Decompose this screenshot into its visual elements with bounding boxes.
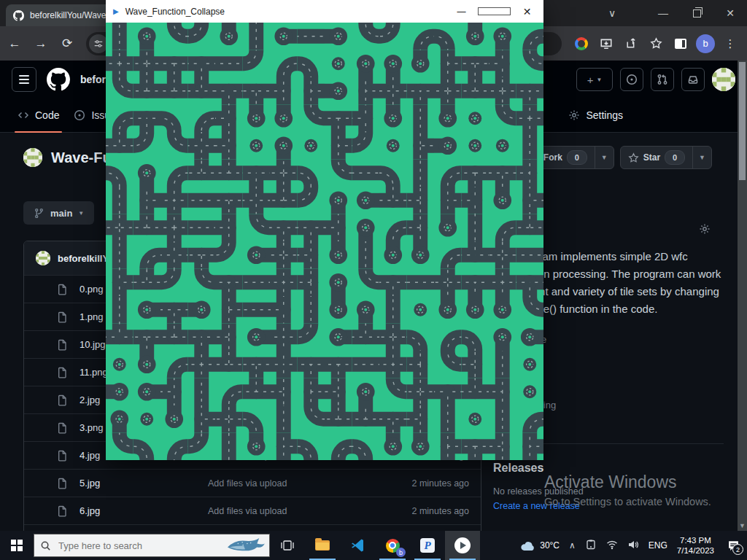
folder-icon <box>315 540 330 551</box>
system-tray: 30°C ∧ ENG 7:43 PM 7/14/2023 2 <box>520 535 747 556</box>
star-caret[interactable]: ▼ <box>692 147 711 168</box>
fork-caret[interactable]: ▼ <box>595 147 614 168</box>
user-avatar[interactable] <box>712 68 735 91</box>
file-icon <box>56 394 68 406</box>
search-icon <box>40 540 51 551</box>
releases-heading: Releases <box>493 462 724 475</box>
chrome-profile-badge: b <box>396 548 406 557</box>
wifi-icon[interactable] <box>606 539 618 553</box>
file-icon <box>56 339 68 351</box>
processing-button[interactable]: P <box>410 531 445 560</box>
github-favicon <box>13 10 24 21</box>
issue-icon <box>74 109 85 121</box>
file-icon <box>56 422 68 434</box>
browser-restore-button[interactable] <box>680 0 713 26</box>
wfc-window-title: Wave_Function_Collapse <box>125 7 225 17</box>
browser-profile-avatar[interactable]: b <box>694 33 716 55</box>
wfc-sketch-taskbar-button[interactable] <box>445 531 480 560</box>
wfc-app-icon: ▶ <box>113 7 119 15</box>
star-count: 0 <box>665 150 685 165</box>
branch-selector[interactable]: main ▼ <box>23 201 94 225</box>
play-icon <box>454 537 471 553</box>
cast-icon[interactable] <box>585 539 597 553</box>
wfc-pattern-canvas[interactable] <box>106 23 543 460</box>
cloud-icon <box>520 540 536 551</box>
wfc-minimize-button[interactable]: — <box>445 0 478 23</box>
scrollbar-thumb[interactable] <box>739 62 746 180</box>
file-icon <box>56 478 68 489</box>
reload-button[interactable]: ⟳ <box>55 32 79 55</box>
file-icon <box>56 450 68 462</box>
notification-count-badge: 2 <box>732 544 743 555</box>
issues-icon-button[interactable] <box>620 68 643 91</box>
file-icon <box>56 505 68 517</box>
wfc-app-window: ▶ Wave_Function_Collapse — ✕ <box>106 0 543 460</box>
branch-caret-icon: ▼ <box>78 210 84 217</box>
branch-icon <box>34 208 44 219</box>
processing-icon: P <box>420 538 435 553</box>
wfc-close-button[interactable]: ✕ <box>511 0 543 23</box>
start-button[interactable] <box>0 531 34 560</box>
pull-requests-icon-button[interactable] <box>651 68 674 91</box>
hamburger-menu-button[interactable] <box>12 67 36 92</box>
tray-overflow-chevron[interactable]: ∧ <box>569 540 576 551</box>
taskbar-clock[interactable]: 7:43 PM 7/14/2023 <box>677 535 714 556</box>
browser-menu-icon[interactable]: ⋮ <box>719 33 741 55</box>
weather-widget[interactable]: 30°C <box>520 540 560 551</box>
code-icon <box>18 109 29 121</box>
language-indicator[interactable]: ENG <box>649 540 667 551</box>
fork-count: 0 <box>567 150 587 165</box>
github-logo <box>47 68 70 91</box>
search-input[interactable] <box>57 540 184 552</box>
create-new-button[interactable]: + ▼ <box>576 68 613 91</box>
releases-empty-text: No releases published <box>493 486 724 497</box>
star-icon <box>628 152 639 163</box>
about-settings-gear-icon[interactable] <box>699 223 711 238</box>
install-app-icon[interactable] <box>595 33 617 55</box>
back-button[interactable]: ← <box>3 32 26 55</box>
file-explorer-button[interactable] <box>305 531 340 560</box>
chrome-button[interactable]: b <box>375 531 410 560</box>
table-row[interactable]: 6.jpg Add files via upload 2 minutes ago <box>24 497 481 524</box>
file-icon <box>56 367 68 378</box>
browser-minimize-button[interactable]: — <box>646 0 680 26</box>
share-icon[interactable] <box>620 33 642 55</box>
vscode-button[interactable] <box>340 531 375 560</box>
repo-avatar <box>23 148 42 167</box>
table-row[interactable]: 5.jpg Add files via upload 2 minutes ago <box>24 469 481 497</box>
desktop: beforelkillYou/Wave-Function-Collapse ∨ … <box>0 0 747 560</box>
vscode-icon <box>350 538 365 553</box>
gear-icon <box>568 109 580 121</box>
notification-center-button[interactable]: 2 <box>724 536 743 555</box>
scrollbar-down-arrow[interactable]: ▼ <box>738 522 747 529</box>
page-scrollbar[interactable]: ▼ <box>738 61 747 531</box>
temperature: 30°C <box>540 540 560 551</box>
date: 7/14/2023 <box>677 545 714 556</box>
whale-shark-doodle <box>224 536 266 554</box>
task-view-button[interactable] <box>270 531 305 560</box>
time: 7:43 PM <box>677 535 714 545</box>
side-panel-icon[interactable] <box>670 33 692 55</box>
browser-close-button[interactable]: ✕ <box>713 0 747 26</box>
tab-search-chevron-icon[interactable]: ∨ <box>595 0 629 26</box>
committer-avatar <box>36 251 50 265</box>
wfc-maximize-button[interactable] <box>478 0 511 23</box>
bookmark-star-icon[interactable] <box>645 33 667 55</box>
star-button[interactable]: Star 0 ▼ <box>620 146 712 169</box>
wfc-title-bar[interactable]: ▶ Wave_Function_Collapse — ✕ <box>106 0 543 23</box>
taskbar-search[interactable] <box>34 534 270 557</box>
windows-taskbar: b P 30°C ∧ ENG 7:43 PM 7/14/2023 2 <box>0 531 747 560</box>
forward-button[interactable]: → <box>29 32 53 55</box>
google-extension-icon[interactable] <box>570 33 592 55</box>
inbox-icon-button[interactable] <box>681 68 705 91</box>
file-icon <box>56 284 68 295</box>
volume-icon[interactable] <box>627 539 639 553</box>
table-row[interactable]: 7.jpg Add files via upload 2 minutes ago <box>24 524 481 531</box>
tab-code[interactable]: Code <box>10 98 66 132</box>
create-release-link[interactable]: Create a new release <box>493 501 724 511</box>
tab-settings[interactable]: Settings <box>561 109 630 121</box>
restore-icon <box>693 9 701 18</box>
browser-window-controls: ∨ — ✕ <box>595 0 747 26</box>
windows-logo-icon <box>11 540 23 551</box>
file-icon <box>56 311 68 323</box>
